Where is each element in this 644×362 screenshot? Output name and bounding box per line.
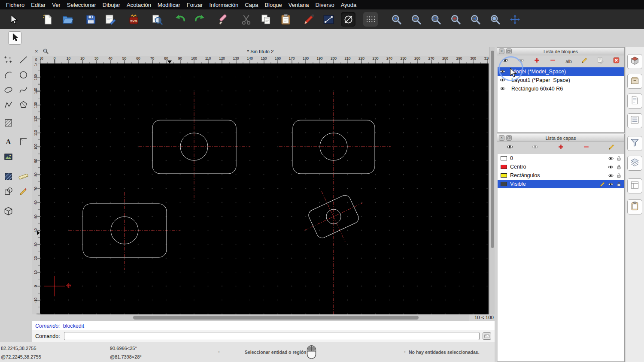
delete-block-button[interactable]	[608, 56, 624, 66]
select-tool-button[interactable]	[8, 31, 21, 45]
horizontal-scrollbar-thumb[interactable]	[133, 316, 419, 320]
block-panel-float-button[interactable]	[506, 48, 512, 54]
menu-capa[interactable]: Capa	[245, 2, 258, 8]
export-svg-button[interactable]: SVG	[126, 12, 141, 27]
block-panel-close-button[interactable]: ×	[499, 48, 504, 54]
block-row[interactable]: Rectángulo 60x40 R6	[498, 84, 624, 93]
image-tool-button[interactable]	[1, 150, 16, 165]
layer-lock-toggle[interactable]	[616, 164, 622, 170]
circle-tool-button[interactable]	[16, 68, 31, 83]
hide-all-blocks-button[interactable]	[513, 56, 529, 66]
copy-button[interactable]	[258, 12, 273, 27]
save-as-button[interactable]	[103, 12, 118, 27]
polygon-tool-button[interactable]	[16, 98, 31, 113]
annotate-tool-button[interactable]	[16, 185, 31, 200]
text-tool-button[interactable]: A	[1, 135, 16, 150]
menu-diverso[interactable]: Diverso	[316, 2, 334, 8]
layer-edit-pencil-icon[interactable]	[599, 181, 606, 187]
menu-fichero[interactable]: Fichero	[6, 2, 24, 8]
menu-ventana[interactable]: Ventana	[289, 2, 309, 8]
show-all-blocks-button[interactable]	[497, 56, 513, 66]
layer-visibility-toggle[interactable]	[608, 164, 614, 170]
insert-block-button[interactable]	[592, 56, 608, 66]
rename-block-button[interactable]: alb	[561, 56, 577, 66]
fill-tool-button[interactable]	[1, 170, 16, 185]
dock-clipboard-button[interactable]	[627, 199, 642, 214]
layer-lock-toggle[interactable]	[616, 181, 622, 187]
grid-toggle-button[interactable]	[363, 12, 378, 27]
block-row[interactable]: Layout1 (*Paper_Space)	[498, 76, 624, 84]
block-visibility-toggle[interactable]	[499, 77, 506, 84]
dock-blocks-button[interactable]	[627, 74, 642, 89]
arc-tool-button[interactable]	[1, 68, 16, 83]
menu-editar[interactable]: Editar	[31, 2, 46, 8]
polyline-tool-button[interactable]	[1, 98, 16, 113]
shape-tool-button[interactable]	[1, 185, 16, 200]
new-document-button[interactable]	[40, 12, 55, 27]
edit-layer-button[interactable]	[599, 142, 624, 153]
menu-acotacion[interactable]: Acotación	[127, 2, 151, 8]
zoom-out-button[interactable]	[409, 12, 423, 27]
dock-list-button[interactable]	[627, 113, 642, 128]
undo-button[interactable]	[173, 12, 187, 27]
remove-layer-button[interactable]	[574, 142, 599, 153]
layer-visibility-toggle[interactable]	[608, 155, 614, 162]
spline-tool-button[interactable]	[16, 83, 31, 98]
dock-page-button[interactable]	[627, 94, 642, 109]
points-tool-button[interactable]	[1, 53, 16, 68]
zoom-window-button[interactable]	[428, 12, 443, 27]
vertical-scrollbar-thumb[interactable]	[491, 51, 494, 248]
ellipse-tool-button[interactable]	[1, 83, 16, 98]
cube-tool-button[interactable]	[1, 205, 16, 220]
paste-button[interactable]	[278, 12, 293, 27]
show-all-layers-button[interactable]	[497, 142, 522, 153]
line-tool-button[interactable]	[16, 53, 31, 68]
menu-bloque[interactable]: Bloque	[264, 2, 282, 8]
measure-tool-button[interactable]	[16, 170, 31, 185]
block-visibility-toggle[interactable]	[499, 85, 506, 92]
edit-pen-button[interactable]	[301, 12, 316, 27]
redo-button[interactable]	[192, 12, 207, 27]
zoom-auto-button[interactable]	[448, 12, 463, 27]
save-button[interactable]	[83, 12, 98, 27]
menu-dibujar[interactable]: Dibujar	[103, 2, 120, 8]
edit-block-attributes-button[interactable]	[577, 56, 592, 66]
layer-lock-toggle[interactable]	[616, 172, 622, 179]
dock-filter-button[interactable]	[627, 136, 642, 151]
open-file-button[interactable]	[60, 12, 75, 27]
zoom-pan-button[interactable]	[507, 12, 522, 27]
block-visibility-toggle[interactable]	[499, 68, 506, 75]
layer-row[interactable]: Visible	[498, 180, 624, 188]
layer-row[interactable]: Rectángulos	[498, 171, 624, 180]
menu-ayuda[interactable]: Ayuda	[341, 2, 357, 8]
add-layer-button[interactable]	[548, 142, 573, 153]
hatch-tool-button[interactable]	[1, 116, 16, 131]
dock-layers-button[interactable]	[627, 156, 642, 171]
layer-panel-close-button[interactable]: ×	[499, 135, 504, 141]
menu-ver[interactable]: Ver	[52, 2, 61, 8]
add-block-button[interactable]	[529, 56, 545, 66]
drawing-canvas[interactable]	[40, 63, 489, 314]
layer-visibility-toggle[interactable]	[608, 181, 614, 187]
horizontal-scrollbar[interactable]	[40, 314, 469, 321]
command-options-button[interactable]	[483, 332, 491, 340]
dock-sheet-button[interactable]	[627, 178, 642, 193]
block-row[interactable]: Model (*Model_Space)	[498, 67, 624, 76]
edit-block-button[interactable]	[321, 12, 336, 27]
vertical-scrollbar[interactable]	[489, 47, 495, 314]
layer-panel-float-button[interactable]	[506, 135, 512, 141]
hide-all-layers-button[interactable]	[522, 142, 548, 153]
menu-seleccionar[interactable]: Seleccionar	[67, 2, 96, 8]
layer-row[interactable]: 0	[498, 154, 624, 163]
delete-tool-button[interactable]	[216, 12, 230, 27]
zoom-previous-button[interactable]	[468, 12, 483, 27]
menu-modificar[interactable]: Modificar	[158, 2, 180, 8]
zoom-in-button[interactable]	[389, 12, 404, 27]
layer-row[interactable]: Centro	[498, 163, 624, 171]
menu-informacion[interactable]: Información	[209, 2, 238, 8]
print-preview-button[interactable]	[149, 12, 164, 27]
select-button[interactable]	[6, 12, 21, 27]
remove-block-button[interactable]	[545, 56, 561, 66]
menu-forzar[interactable]: Forzar	[187, 2, 203, 8]
dimension-tool-button[interactable]	[16, 135, 31, 150]
